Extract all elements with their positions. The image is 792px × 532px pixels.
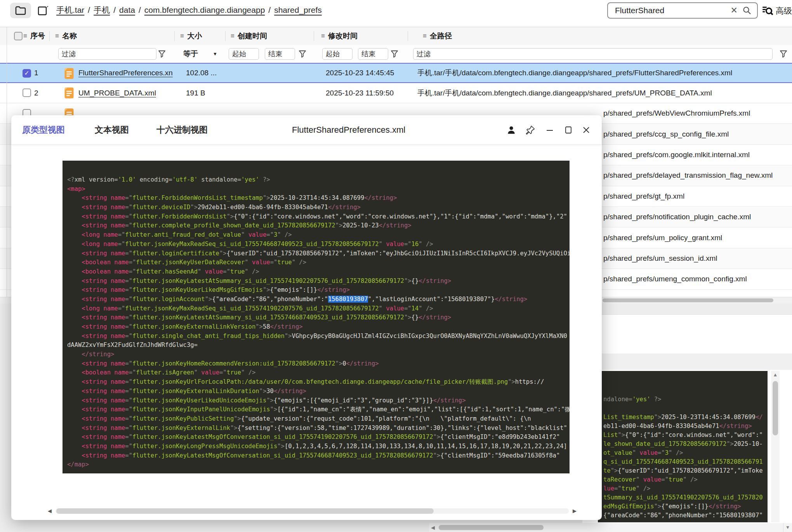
breadcrumb-item[interactable]: 手机 (94, 5, 110, 16)
modified-time: 2025-10-23 11:59:50 (326, 83, 394, 103)
code-line: <boolean name="flutter.hasSeenAd" value=… (67, 267, 570, 277)
code-line: <string name="flutter.jsonKeyLatestAtSum… (67, 313, 570, 322)
dialog-title: FlutterSharedPreferences.xml (292, 115, 405, 144)
scrollbar-thumb[interactable] (603, 298, 773, 302)
scrollbar-thumb[interactable] (56, 508, 434, 514)
close-icon[interactable] (580, 124, 592, 136)
scroll-right-icon[interactable]: ▶ (573, 508, 577, 514)
code-line: <string name="flutter.jsonKeyLatestAtSum… (67, 277, 570, 286)
code-line: List">{"0":{"id":"core.windows.net","wor… (603, 431, 768, 440)
code-line: </string> (67, 350, 570, 359)
table-row[interactable]: ✓1FlutterSharedPreferences.xn102.08 ...2… (0, 63, 792, 83)
edit-icon (37, 5, 49, 16)
column-header[interactable]: ≡创建时间 (231, 27, 267, 45)
dialog-tab[interactable]: 文本视图 (95, 115, 129, 144)
modified-start-input[interactable] (322, 48, 353, 60)
scrollbar-thumb[interactable] (439, 525, 544, 530)
column-header[interactable]: ≡全路径 (423, 27, 452, 45)
folder-icon (15, 5, 26, 16)
path-filter-input[interactable] (413, 48, 773, 60)
created-start-input[interactable] (229, 48, 259, 60)
table-row[interactable]: 2UM_PROBE_DATA.xml191 B2025-10-23 11:59:… (0, 83, 792, 103)
xml-code-view[interactable]: <?xml version='1.0' encoding='utf-8' sta… (63, 161, 570, 473)
select-all-checkbox[interactable] (14, 32, 23, 40)
breadcrumb-item[interactable]: 手机.tar (56, 5, 84, 16)
breadcrumb-separator: / (88, 5, 90, 15)
scroll-left-icon[interactable]: ◀ (431, 525, 435, 530)
code-line: <long name="flutter.anti_fraud_red_dot_v… (67, 230, 570, 240)
adv-search[interactable]: 高级 (762, 3, 792, 19)
column-header[interactable]: ≡修改时间 (321, 27, 358, 45)
search-icon[interactable] (742, 6, 752, 15)
code-line: ndalone='yes' ?> (603, 395, 768, 404)
code-line: <map> (67, 185, 570, 194)
code-line: <boolean name="flutter.isAgreen" value="… (67, 368, 570, 378)
column-menu-icon[interactable]: ≡ (180, 32, 184, 40)
dialog-header: 原类型视图文本视图十六进制视图 FlutterSharedPreferences… (11, 115, 602, 145)
scroll-up-icon[interactable]: ▲ (771, 372, 780, 378)
name-filter-funnel-icon[interactable] (158, 50, 166, 58)
created-end-input[interactable] (265, 48, 295, 60)
file-path: 手机.tar/手机/data/com.bfengtech.diange.dian… (417, 64, 732, 82)
size-operator-dropdown[interactable]: 等于 ▼ (183, 48, 217, 60)
column-header[interactable]: ≡序号 (23, 27, 45, 45)
table-filter-row: 等于 ▼ (0, 45, 792, 63)
modified-end-input[interactable] (358, 48, 388, 60)
file-size: 191 B (186, 83, 205, 103)
code-line: <string name="flutter.deviceID">29d2eb11… (67, 203, 570, 212)
code-line: <string name="flutter.single_chat_anti_f… (67, 332, 570, 341)
file-path-fragment: p/shared_prefs/delayed_transmission_flag… (603, 165, 773, 185)
code-line: <?xml version='1.0' encoding='utf-8' sta… (67, 175, 570, 185)
column-separator (174, 31, 175, 41)
maximize-icon[interactable] (563, 124, 574, 136)
file-name-link[interactable]: UM_PROBE_DATA.xml (78, 83, 156, 103)
minimize-icon[interactable] (544, 124, 556, 136)
scroll-down-icon[interactable]: ▼ (783, 523, 792, 532)
file-path-fragment: p/shared_prefs/gt_fp.xml (603, 186, 684, 206)
created-filter-funnel-icon[interactable] (299, 50, 306, 58)
code-line: <string name="flutter.jsonKeyLongPressMs… (67, 442, 570, 451)
dialog-tab[interactable]: 十六进制视图 (156, 115, 208, 144)
file-name-link[interactable]: FlutterSharedPreferences.xn (78, 64, 173, 82)
breadcrumb-item[interactable]: com.bfengtech.diange.diangeapp (144, 5, 265, 15)
search-input[interactable] (614, 5, 731, 16)
code-line: <string name="flutter.jsonKeyExternalLin… (67, 387, 570, 396)
pin-icon[interactable] (525, 124, 536, 136)
breadcrumb-item[interactable]: shared_prefs (274, 5, 322, 15)
preview-vertical-scrollbar[interactable]: ▲ (771, 371, 780, 522)
edit-path-button[interactable] (36, 4, 50, 17)
row-number: 2 (34, 83, 38, 103)
row-checkbox[interactable]: ✓ (23, 69, 31, 78)
size-operator-label: 等于 (183, 49, 198, 59)
scroll-left-icon[interactable]: ◀ (48, 508, 52, 514)
file-path-fragment: p/shared_prefs/com.google.mlkit.internal… (603, 145, 750, 165)
user-icon[interactable] (505, 124, 517, 136)
breadcrumb-item[interactable]: data (119, 5, 135, 15)
folder-view-button[interactable] (10, 3, 31, 18)
file-path-fragment: p/shared_prefs/um_session_id.xml (603, 248, 717, 269)
top-toolbar: 手机.tar/手机/data/com.bfengtech.diange.dian… (0, 0, 792, 26)
clear-search-icon[interactable]: ✕ (731, 5, 738, 16)
modified-filter-funnel-icon[interactable] (391, 50, 398, 58)
column-header[interactable]: ≡大小 (180, 27, 202, 45)
dialog-horizontal-scrollbar[interactable]: ◀ ▶ (45, 507, 579, 515)
code-line: te">{"userID":"uid_1757820856679172","im… (603, 466, 768, 475)
code-line: ot_value" value="3" /> (603, 449, 768, 457)
column-menu-icon[interactable]: ≡ (321, 32, 325, 40)
column-menu-icon[interactable]: ≡ (423, 32, 427, 40)
dialog-tab[interactable]: 原类型视图 (22, 115, 65, 144)
preview-horizontal-scrollbar[interactable]: ◀ ▼ (429, 523, 792, 532)
column-header[interactable]: ≡名称 (55, 27, 77, 45)
row-checkbox[interactable] (23, 88, 31, 97)
path-filter-funnel-icon[interactable] (780, 50, 787, 58)
column-menu-icon[interactable]: ≡ (55, 32, 59, 40)
column-menu-icon[interactable]: ≡ (23, 32, 27, 40)
scrollbar-thumb[interactable] (773, 381, 778, 435)
name-filter-input[interactable] (58, 48, 156, 60)
modified-time: 2025-10-23 14:45:45 (326, 64, 394, 82)
file-xml-icon (64, 68, 74, 79)
code-line: </map> (67, 460, 570, 470)
file-path-fragment: p/shared_prefs/WebViewChromiumPrefs.xml (603, 103, 750, 123)
column-menu-icon[interactable]: ≡ (231, 32, 234, 40)
code-line: <string name="flutter.loginAccount">{"ar… (67, 295, 570, 304)
